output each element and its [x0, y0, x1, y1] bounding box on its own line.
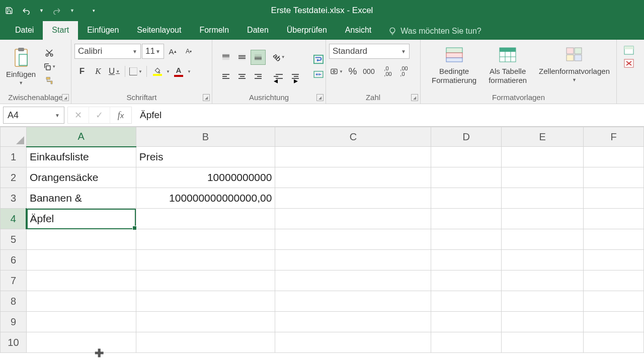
cell-E6[interactable] — [501, 250, 583, 270]
italic-button[interactable]: K — [91, 64, 106, 79]
cell-A7[interactable] — [26, 270, 136, 291]
row-header-9[interactable]: 9 — [1, 312, 27, 332]
cell-D10[interactable] — [431, 332, 502, 353]
tab-data[interactable]: Daten — [238, 21, 278, 40]
cell-A4[interactable]: Äpfel — [26, 209, 136, 229]
cell-C2[interactable] — [275, 167, 431, 188]
increase-indent-button[interactable]: ▸ — [288, 69, 303, 84]
cell-C1[interactable] — [275, 147, 431, 167]
cell-D5[interactable] — [431, 229, 502, 250]
align-middle-button[interactable] — [234, 50, 250, 65]
column-header-A[interactable]: A — [26, 127, 136, 147]
font-color-button[interactable]: A — [171, 64, 186, 79]
increase-decimal-button[interactable]: ,0,00 — [380, 64, 395, 79]
align-center-button[interactable] — [234, 69, 250, 84]
insert-function-button[interactable]: fx — [110, 107, 131, 123]
select-all-button[interactable] — [1, 127, 27, 147]
chevron-down-icon[interactable]: ▼ — [166, 69, 170, 74]
merge-button[interactable] — [311, 69, 326, 80]
column-header-E[interactable]: E — [501, 127, 583, 147]
cell-B2[interactable]: 10000000000 — [136, 167, 275, 188]
format-painter-button[interactable] — [43, 75, 56, 86]
column-header-F[interactable]: F — [584, 127, 644, 147]
cell-D9[interactable] — [431, 312, 502, 332]
dialog-launcher-icon[interactable]: ◢ — [203, 94, 210, 101]
cell-E9[interactable] — [501, 312, 583, 332]
orientation-button[interactable]: ab▼ — [272, 50, 287, 65]
cut-button[interactable] — [43, 47, 56, 58]
chevron-down-icon[interactable]: ▼ — [187, 69, 191, 74]
cell-F1[interactable] — [584, 147, 644, 167]
cell-B3[interactable]: 100000000000000,00 — [136, 188, 275, 209]
cell-B4[interactable] — [136, 209, 275, 229]
cell-C3[interactable] — [275, 188, 431, 209]
dialog-launcher-icon[interactable]: ◢ — [316, 94, 324, 101]
insert-cells-button[interactable] — [623, 45, 636, 56]
align-left-button[interactable] — [218, 69, 233, 84]
row-header-10[interactable]: 10 — [1, 332, 27, 353]
align-top-button[interactable] — [218, 50, 233, 65]
tab-review[interactable]: Überprüfen — [278, 21, 336, 40]
undo-dropdown-icon[interactable]: ▼ — [39, 8, 44, 13]
decrease-decimal-button[interactable]: ,00,0 — [396, 64, 412, 79]
cell-A5[interactable] — [26, 229, 136, 250]
decrease-indent-button[interactable]: ◂ — [272, 69, 287, 84]
cell-A8[interactable] — [26, 291, 136, 312]
wrap-text-button[interactable] — [311, 54, 326, 65]
tab-formulas[interactable]: Formeln — [190, 21, 238, 40]
cell-F10[interactable] — [584, 332, 644, 353]
row-header-8[interactable]: 8 — [1, 291, 27, 312]
cell-D3[interactable] — [431, 188, 502, 209]
cell-E10[interactable] — [501, 332, 583, 353]
cell-A3[interactable]: Bananen & — [26, 188, 136, 209]
cell-F9[interactable] — [584, 312, 644, 332]
cell-B8[interactable] — [136, 291, 275, 312]
cell-F7[interactable] — [584, 270, 644, 291]
number-format-combo[interactable]: Standard▼ — [329, 44, 410, 59]
tab-insert[interactable]: Einfügen — [78, 21, 128, 40]
cell-styles-button[interactable]: Zellenformatvorlagen ▼ — [536, 44, 613, 83]
tell-me-search[interactable]: Was möchten Sie tun? — [380, 23, 489, 40]
decrease-font-button[interactable]: A▾ — [181, 44, 196, 59]
cell-E4[interactable] — [501, 209, 583, 229]
increase-font-button[interactable]: A▴ — [165, 44, 180, 59]
border-button[interactable]: ▼ — [128, 64, 143, 79]
worksheet-grid[interactable]: A B C D E F 1EinkaufslistePreis 2Orangen… — [0, 127, 644, 353]
row-header-7[interactable]: 7 — [1, 270, 27, 291]
cell-C6[interactable] — [275, 250, 431, 270]
row-header-6[interactable]: 6 — [1, 250, 27, 270]
cell-D1[interactable] — [431, 147, 502, 167]
accounting-format-button[interactable]: ▼ — [329, 64, 344, 79]
cell-B7[interactable] — [136, 270, 275, 291]
cell-E2[interactable] — [501, 167, 583, 188]
cell-C8[interactable] — [275, 291, 431, 312]
cell-C4[interactable] — [275, 209, 431, 229]
font-size-combo[interactable]: 11▼ — [142, 44, 164, 59]
delete-cells-button[interactable] — [623, 58, 636, 69]
tab-start[interactable]: Start — [43, 21, 78, 40]
cell-F2[interactable] — [584, 167, 644, 188]
format-as-table-button[interactable]: Als Tabelle formatieren — [486, 44, 530, 86]
bold-button[interactable]: F — [74, 64, 90, 79]
row-header-2[interactable]: 2 — [1, 167, 27, 188]
cell-E3[interactable] — [501, 188, 583, 209]
cell-E1[interactable] — [501, 147, 583, 167]
row-header-5[interactable]: 5 — [1, 229, 27, 250]
cell-B5[interactable] — [136, 229, 275, 250]
undo-icon[interactable] — [22, 7, 30, 15]
cell-F4[interactable] — [584, 209, 644, 229]
cell-C7[interactable] — [275, 270, 431, 291]
cell-C9[interactable] — [275, 312, 431, 332]
copy-button[interactable]: ▼ — [43, 61, 56, 72]
row-header-3[interactable]: 3 — [1, 188, 27, 209]
save-icon[interactable] — [5, 7, 13, 15]
font-name-combo[interactable]: Calibri▼ — [74, 44, 141, 59]
redo-icon[interactable] — [53, 7, 61, 15]
comma-button[interactable]: 000 — [361, 64, 376, 79]
cell-D8[interactable] — [431, 291, 502, 312]
row-header-1[interactable]: 1 — [1, 147, 27, 167]
tab-view[interactable]: Ansicht — [336, 21, 380, 40]
cell-D4[interactable] — [431, 209, 502, 229]
cell-B10[interactable] — [136, 332, 275, 353]
cell-E7[interactable] — [501, 270, 583, 291]
